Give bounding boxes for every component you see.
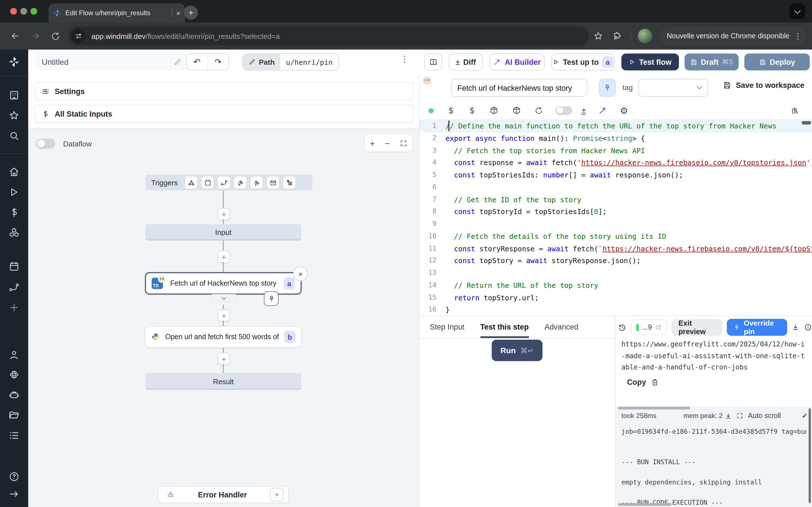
- download-icon[interactable]: [725, 412, 732, 419]
- resources-icon[interactable]: $: [469, 105, 475, 115]
- add-error-handler-button[interactable]: +: [270, 488, 284, 501]
- users-icon[interactable]: [8, 349, 20, 360]
- external-link-icon[interactable]: [655, 324, 662, 331]
- result-url[interactable]: https://www.geoffreylitt.com/2025/04/12/…: [621, 339, 805, 373]
- favorites-icon[interactable]: [8, 110, 20, 121]
- redo-button[interactable]: ↷: [208, 54, 229, 70]
- docs-button[interactable]: [424, 54, 442, 70]
- bookmark-star-icon[interactable]: [593, 31, 603, 41]
- code-editor[interactable]: 1// Define the main function to fetch th…: [419, 119, 812, 316]
- run-button[interactable]: Run⌘↵: [492, 340, 543, 361]
- log-hscrollbar[interactable]: [618, 503, 672, 506]
- download-icon[interactable]: [792, 323, 800, 332]
- expand-step-chevron[interactable]: [211, 294, 236, 302]
- deploy-button[interactable]: Deploy: [744, 54, 810, 70]
- collapse-sidebar-icon[interactable]: [8, 489, 20, 500]
- ai-assistant-icon[interactable]: [599, 106, 608, 115]
- variables-icon[interactable]: [8, 207, 20, 218]
- schedule-icon[interactable]: [201, 176, 214, 189]
- info-icon[interactable]: [804, 323, 812, 332]
- back-icon[interactable]: [10, 31, 20, 41]
- step-node-a[interactable]: TS Fetch url of HackerNews top story a: [145, 272, 302, 295]
- refresh-icon[interactable]: [535, 106, 543, 115]
- search-icon[interactable]: [8, 130, 20, 142]
- step-summary-input[interactable]: Fetch url of HackerNews top story: [451, 79, 588, 97]
- window-zoom-button[interactable]: [31, 8, 37, 15]
- draft-button[interactable]: Draft⌘S: [684, 54, 739, 70]
- dataflow-toggle[interactable]: [36, 138, 55, 149]
- log-hscrollbar[interactable]: [618, 407, 690, 409]
- copy-button[interactable]: Copy: [627, 378, 659, 386]
- pin-badge[interactable]: [264, 291, 278, 306]
- resources-icon[interactable]: [8, 227, 20, 238]
- zoom-in-button[interactable]: +: [370, 138, 375, 148]
- result-node[interactable]: Result: [146, 373, 301, 390]
- zoom-out-button[interactable]: −: [385, 138, 390, 148]
- insert-step-button[interactable]: +: [218, 353, 230, 365]
- diff-mode-toggle[interactable]: [555, 106, 572, 115]
- new-tab-button[interactable]: +: [184, 6, 198, 20]
- package-icon[interactable]: [490, 106, 499, 115]
- tab-test-this-step[interactable]: Test this step: [480, 316, 529, 338]
- plusminus-icon[interactable]: ±: [581, 106, 586, 115]
- site-settings-icon[interactable]: [71, 29, 86, 43]
- folders-icon[interactable]: [8, 409, 20, 421]
- webhook-icon[interactable]: [185, 176, 198, 189]
- step-node-b[interactable]: Open url and fetch first 500 words of ..…: [145, 326, 302, 348]
- forward-icon[interactable]: [31, 31, 41, 41]
- browser-menu-icon[interactable]: ⋮: [794, 32, 802, 41]
- more-options-icon[interactable]: ⋮: [400, 54, 409, 64]
- log-vscrollbar[interactable]: [809, 408, 811, 503]
- browser-tab[interactable]: Edit Flow u/henri/pin_results ×: [49, 3, 185, 22]
- reload-icon[interactable]: [51, 31, 60, 41]
- flow-name-input[interactable]: Untitled: [36, 54, 187, 70]
- triggers-icon[interactable]: [8, 282, 20, 293]
- triggers-node[interactable]: Triggers: [146, 175, 312, 190]
- workers-icon[interactable]: [8, 389, 20, 400]
- job-id-chip[interactable]: ...9: [631, 320, 667, 335]
- autoscroll-check-icon[interactable]: ✓: [802, 412, 808, 420]
- diff-button[interactable]: ±Diff: [449, 54, 483, 70]
- editor-scrollbar[interactable]: [802, 121, 811, 124]
- ai-builder-button[interactable]: AI Builder: [490, 54, 545, 70]
- library-icon[interactable]: [791, 106, 800, 115]
- test-up-to-button[interactable]: Test up to a: [552, 54, 615, 70]
- save-to-workspace-button[interactable]: Save to workspace: [723, 81, 804, 90]
- tag-select[interactable]: [638, 79, 708, 97]
- window-close-button[interactable]: [10, 8, 17, 15]
- exit-preview-button[interactable]: Exit preview: [672, 319, 722, 336]
- windmill-logo[interactable]: [8, 56, 20, 68]
- fullscreen-icon[interactable]: [400, 139, 407, 147]
- input-node[interactable]: Input: [146, 224, 301, 240]
- pin-button[interactable]: [599, 79, 616, 97]
- workspace-icon[interactable]: [8, 90, 20, 101]
- email-icon[interactable]: [266, 176, 280, 189]
- window-minimize-button[interactable]: [20, 8, 27, 15]
- insert-step-button[interactable]: +: [218, 309, 230, 322]
- runs-icon[interactable]: [8, 186, 20, 198]
- home-icon[interactable]: [8, 166, 20, 177]
- variables-icon[interactable]: $: [448, 105, 454, 115]
- settings-gear-icon[interactable]: [8, 369, 20, 380]
- watch-icon[interactable]: [283, 176, 296, 189]
- tab-close-icon[interactable]: ×: [176, 9, 181, 17]
- log-lines[interactable]: job=019634fd-e186-211f-5364-d3e4385d57f9…: [621, 427, 806, 507]
- override-pin-button[interactable]: Override pin: [726, 319, 787, 336]
- tab-search-chevron[interactable]: [790, 3, 805, 19]
- profile-avatar[interactable]: [638, 29, 652, 43]
- chrome-update-button[interactable]: Nouvelle version de Chrome disponible ⋮: [659, 26, 808, 46]
- route-icon[interactable]: [217, 176, 231, 189]
- editor-settings-icon[interactable]: ⚙: [620, 105, 628, 116]
- schedules-icon[interactable]: [8, 261, 20, 272]
- insert-step-button[interactable]: +: [218, 251, 230, 263]
- error-handler-node[interactable]: Error Handler +: [158, 486, 289, 503]
- expand-icon[interactable]: [737, 412, 744, 419]
- remove-step-button[interactable]: ×: [293, 267, 308, 281]
- help-icon[interactable]: [8, 471, 20, 482]
- plus-icon[interactable]: [8, 302, 20, 313]
- extensions-icon[interactable]: [612, 31, 622, 41]
- history-icon[interactable]: [618, 323, 626, 332]
- tab-step-input[interactable]: Step Input: [430, 316, 464, 338]
- path-editor[interactable]: Path u/henri/pin: [243, 54, 339, 70]
- tab-advanced[interactable]: Advanced: [545, 316, 578, 338]
